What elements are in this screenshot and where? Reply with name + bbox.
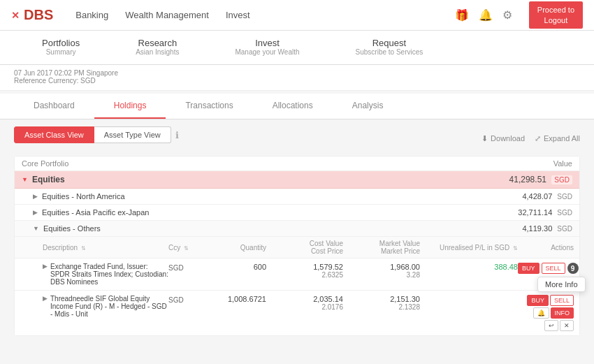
nav-wealth-management[interactable]: Wealth Management [125, 10, 209, 20]
col-description-header: Description ⇅ [43, 244, 168, 252]
table-row: ▶ Exchange Traded Fund, Issuer: SPDR Str… [15, 259, 579, 291]
tab-transactions[interactable]: Transactions [166, 94, 252, 119]
col-unrealised-header: Unrealised P/L in SGD ⇅ [420, 244, 518, 252]
value-col-label: Value [553, 159, 572, 168]
logo-area: ✕ DBS [11, 7, 53, 23]
tab-analysis[interactable]: Analysis [333, 94, 403, 119]
equities-row: ▼ Equities 41,298.51 SGD [15, 171, 579, 189]
nav-links: Banking Wealth Management Invest [75, 10, 455, 20]
equities-expand-icon[interactable]: ▼ [22, 176, 28, 183]
download-button[interactable]: ⬇ Download [481, 134, 525, 143]
col-ccy-header: Ccy ⇅ [168, 244, 203, 252]
col-qty-header: Quantity [203, 244, 266, 252]
tab-allocations[interactable]: Allocations [253, 94, 333, 119]
row1-tooltip-wrapper: 9 More Info [567, 263, 579, 274]
equities-label: ▼ Equities [22, 175, 509, 184]
asia-pacific-expand-icon[interactable]: ▶ [33, 209, 38, 216]
col-market-header: Market Value Market Price [343, 240, 420, 255]
row2-ccy: SGD [168, 295, 203, 304]
row1-tooltip-badge[interactable]: 9 [567, 263, 579, 274]
view-toolbar: Asset Class View Asset Type View ℹ ⬇ Dow… [14, 126, 580, 150]
description-sort-icon[interactable]: ⇅ [81, 245, 86, 252]
notifications-icon[interactable]: 🔔 [479, 8, 493, 22]
north-america-row: ▶ Equities - North America 4,428.07 SGD [15, 189, 579, 205]
row1-tooltip-box: More Info [537, 277, 585, 292]
asia-pacific-row: ▶ Equities - Asia Pacific ex-Japan 32,71… [15, 205, 579, 221]
view-info-icon[interactable]: ℹ [175, 130, 179, 140]
row2-quantity: 1,008.6721 [203, 295, 266, 303]
core-portfolio-label: Core Portfolio [22, 159, 68, 168]
col-actions-header: Actions [518, 244, 574, 252]
ccy-sort-icon[interactable]: ⇅ [184, 245, 189, 252]
row2-actions: BUY SELL 🔔 INFO ↩ ✕ [518, 295, 574, 331]
row2-close-button[interactable]: ✕ [560, 320, 574, 331]
tab-holdings[interactable]: Holdings [94, 94, 166, 119]
asia-pacific-value: 32,711.14 SGD [518, 208, 572, 217]
tab-bar: Dashboard Holdings Transactions Allocati… [0, 94, 594, 119]
row1-sell-button[interactable]: SELL [542, 263, 565, 274]
gifts-icon[interactable]: 🎁 [455, 8, 469, 22]
row2-undo-button[interactable]: ↩ [544, 320, 558, 331]
row1-expand-icon[interactable]: ▶ [43, 263, 48, 286]
row2-sell-button[interactable]: SELL [550, 295, 574, 306]
asia-pacific-label: ▶ Equities - Asia Pacific ex-Japan [33, 208, 518, 217]
row2-cost: 2,035.14 2.0176 [266, 295, 343, 311]
row1-cost: 1,579.52 2.6325 [266, 263, 343, 279]
asset-type-view-button[interactable]: Asset Type View [94, 126, 171, 143]
row2-buy-button[interactable]: BUY [527, 295, 549, 306]
equities-value: 41,298.51 SGD [509, 175, 572, 184]
row1-actions: BUY SELL 9 More Info [518, 263, 579, 274]
others-expand-icon[interactable]: ▼ [33, 225, 39, 232]
row2-info-button[interactable]: INFO [551, 307, 574, 319]
row1-quantity: 600 [203, 263, 266, 271]
nav-invest[interactable]: Invest Manage your Wealth [207, 31, 327, 64]
currency-info: Reference Currency: SGD [14, 77, 580, 85]
row2-expand-icon[interactable]: ▶ [43, 295, 48, 318]
proceed-logout-button[interactable]: Proceed to Logout [529, 1, 583, 29]
equities-currency: SGD [551, 175, 572, 184]
row2-bell-button[interactable]: 🔔 [533, 307, 549, 319]
settings-icon[interactable]: ⚙ [502, 8, 512, 22]
row2-description: ▶ Threadneedle SIF Global Equity Income … [43, 295, 168, 318]
nav-banking[interactable]: Banking [75, 10, 108, 20]
nav-invest[interactable]: Invest [226, 10, 250, 20]
toolbar-right: ⬇ Download ⤢ Expand All [481, 134, 580, 143]
logo-dbs: DBS [24, 7, 53, 23]
nav-request[interactable]: Request Subscribe to Services [328, 31, 451, 64]
column-headers: Description ⇅ Ccy ⇅ Quantity Cost Value … [15, 237, 579, 259]
portfolio-table: Core Portfolio Value ▼ Equities 41,298.5… [14, 156, 580, 336]
info-bar: 07 Jun 2017 02:02 PM Singapore Reference… [0, 65, 594, 91]
row1-ccy: SGD [168, 263, 203, 272]
north-america-label: ▶ Equities - North America [33, 192, 522, 201]
section-header: Core Portfolio Value [15, 156, 579, 171]
unrealised-sort-icon[interactable]: ⇅ [513, 245, 518, 252]
nav-icons: 🎁 🔔 ⚙ Proceed to Logout [455, 1, 583, 29]
content-area: Asset Class View Asset Type View ℹ ⬇ Dow… [0, 119, 594, 343]
row1-buy-button[interactable]: BUY [518, 263, 539, 274]
expand-all-button[interactable]: ⤢ Expand All [535, 134, 580, 143]
nav-research[interactable]: Research Asian Insights [108, 31, 207, 64]
download-icon: ⬇ [481, 134, 488, 143]
top-navigation: ✕ DBS Banking Wealth Management Invest 🎁… [0, 0, 594, 31]
date-info: 07 Jun 2017 02:02 PM Singapore [14, 69, 580, 77]
row2-market: 2,151.30 2.1328 [343, 295, 420, 311]
view-toggle: Asset Class View Asset Type View ℹ [14, 126, 179, 143]
logo-x-icon: ✕ [11, 10, 20, 21]
row1-market: 1,968.00 3.28 [343, 263, 420, 279]
others-label: ▼ Equities - Others [33, 224, 522, 233]
nav-portfolios[interactable]: Portfolios Summary [14, 31, 108, 64]
table-row: ▶ Threadneedle SIF Global Equity Income … [15, 291, 579, 335]
north-america-value: 4,428.07 SGD [522, 192, 572, 201]
expand-icon: ⤢ [535, 134, 541, 143]
col-cost-header: Cost Value Cost Price [266, 240, 343, 255]
tab-dashboard[interactable]: Dashboard [14, 94, 94, 119]
north-america-expand-icon[interactable]: ▶ [33, 193, 38, 200]
others-value: 4,119.30 SGD [522, 224, 572, 233]
row1-description: ▶ Exchange Traded Fund, Issuer: SPDR Str… [43, 263, 168, 286]
asset-class-view-button[interactable]: Asset Class View [14, 126, 94, 143]
row1-unrealised: 388.48 [420, 263, 518, 271]
others-row: ▼ Equities - Others 4,119.30 SGD [15, 221, 579, 237]
second-navigation: Portfolios Summary Research Asian Insigh… [0, 31, 594, 65]
